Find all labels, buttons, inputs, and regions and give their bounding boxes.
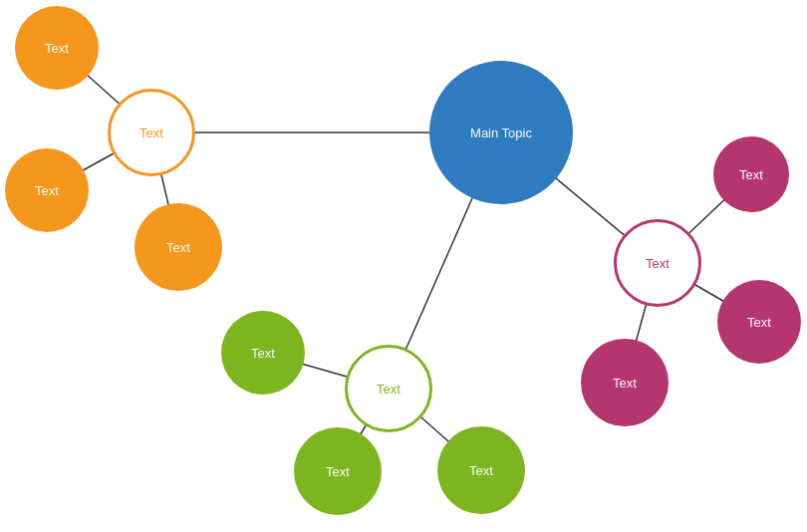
node-label-n6: Text bbox=[251, 346, 275, 361]
node-n5[interactable]: Text bbox=[345, 345, 432, 432]
node-label-n4: Text bbox=[166, 240, 190, 255]
node-n11[interactable]: Text bbox=[717, 280, 801, 364]
node-n12[interactable]: Text bbox=[581, 339, 669, 426]
node-label-n12: Text bbox=[613, 376, 637, 391]
node-label-n10: Text bbox=[739, 167, 763, 182]
node-label-n2: Text bbox=[139, 126, 163, 140]
node-n1[interactable]: Text bbox=[15, 6, 99, 90]
diagram-container: Main TopicTextTextTextTextTextTextTextTe… bbox=[0, 0, 807, 532]
node-n7[interactable]: Text bbox=[294, 427, 382, 515]
node-n3[interactable]: Text bbox=[5, 148, 89, 232]
node-label-n3: Text bbox=[35, 183, 59, 198]
node-label-n7: Text bbox=[326, 464, 350, 479]
node-label-main: Main Topic bbox=[470, 126, 532, 140]
node-n2[interactable]: Text bbox=[108, 89, 195, 176]
node-label-n9: Text bbox=[646, 256, 670, 271]
node-label-n5: Text bbox=[377, 382, 401, 397]
node-label-n1: Text bbox=[45, 41, 69, 56]
node-label-n8: Text bbox=[469, 463, 493, 478]
node-n8[interactable]: Text bbox=[437, 426, 525, 514]
node-n9[interactable]: Text bbox=[614, 219, 701, 307]
node-n6[interactable]: Text bbox=[221, 311, 305, 395]
node-main[interactable]: Main Topic bbox=[429, 61, 573, 204]
node-n10[interactable]: Text bbox=[713, 136, 789, 212]
node-label-n11: Text bbox=[747, 315, 771, 330]
node-n4[interactable]: Text bbox=[134, 203, 222, 291]
